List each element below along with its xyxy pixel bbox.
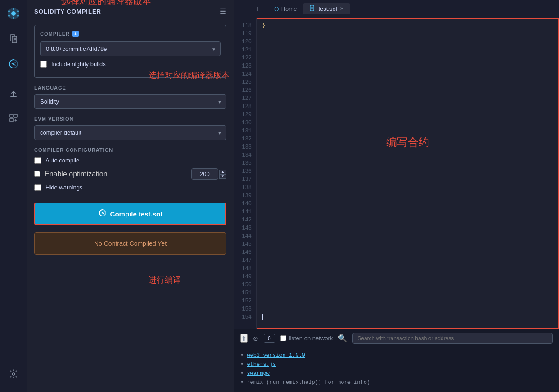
code-line: [262, 313, 554, 321]
compiler-info-icon[interactable]: +: [72, 31, 79, 37]
code-line: [262, 200, 554, 208]
editor-toolbar: − + ⬡ Home test.sol: [234, 0, 559, 18]
home-tab-icon: ⬡: [274, 6, 279, 12]
zoom-in-button[interactable]: +: [252, 4, 262, 14]
svg-point-3: [13, 17, 14, 19]
code-line: [262, 289, 554, 297]
line-number: 146: [234, 248, 256, 257]
listen-network-label: listen on network: [289, 335, 333, 342]
console-link[interactable]: swarmgw: [247, 370, 269, 377]
evm-select-wrapper: compiler default: [34, 125, 226, 140]
compiler-version-wrapper: 0.8.0+commit.c7dfd78e: [40, 41, 221, 56]
sidebar-item-plugins[interactable]: [5, 109, 23, 127]
line-number: 148: [234, 265, 256, 273]
listen-network-checkbox[interactable]: [280, 335, 286, 341]
code-line: [262, 232, 554, 240]
svg-point-4: [8, 10, 10, 12]
enable-optimization-label: Enable optimization: [45, 170, 108, 178]
sol-tab-label: test.sol: [318, 5, 337, 12]
icon-sidebar: [0, 0, 27, 392]
line-number: 121: [234, 46, 256, 54]
console-link[interactable]: web3 version 1.0.0: [247, 352, 305, 359]
line-number: 125: [234, 78, 256, 86]
code-line: [262, 135, 554, 143]
line-number: 126: [234, 86, 256, 95]
sidebar-item-deploy[interactable]: [5, 84, 23, 102]
line-number: 131: [234, 127, 256, 135]
line-number: 144: [234, 232, 256, 240]
line-number: 120: [234, 38, 256, 46]
nightly-builds-row: Include nightly builds: [40, 61, 221, 68]
search-icon-button[interactable]: 🔍: [338, 334, 347, 342]
code-line: [262, 95, 554, 103]
nightly-builds-label: Include nightly builds: [51, 61, 106, 68]
sidebar-item-files[interactable]: [5, 30, 23, 48]
line-number: 118: [234, 22, 256, 30]
code-line: [262, 248, 554, 257]
language-label: LANGUAGE: [34, 85, 226, 90]
line-number: 134: [234, 151, 256, 159]
hide-warnings-label: Hide warnings: [45, 184, 82, 191]
line-number: 136: [234, 167, 256, 176]
line-number: 150: [234, 281, 256, 289]
config-label: COMPILER CONFIGURATION: [34, 147, 226, 153]
compile-button[interactable]: Compile test.sol: [34, 203, 226, 225]
svg-point-1: [11, 11, 16, 16]
stop-icon[interactable]: ⊘: [253, 335, 258, 342]
line-number: 122: [234, 54, 256, 62]
line-numbers: 1181191201211221231241251261271281291301…: [234, 18, 257, 329]
search-bar-input[interactable]: [352, 333, 553, 344]
line-number: 138: [234, 184, 256, 192]
language-select[interactable]: Solidity: [34, 94, 226, 109]
optimization-value-input[interactable]: [191, 168, 218, 180]
zoom-out-button[interactable]: −: [239, 4, 249, 14]
console-line[interactable]: • swarmgw: [240, 369, 553, 378]
line-number: 128: [234, 103, 256, 111]
console-line[interactable]: • web3 version 1.0.0: [240, 351, 553, 360]
code-line: [262, 78, 554, 86]
console-area: • web3 version 1.0.0• ethers.js• swarmgw…: [234, 347, 559, 392]
svg-point-2: [13, 8, 14, 10]
code-line: [262, 151, 554, 159]
compiler-version-select[interactable]: 0.8.0+commit.c7dfd78e: [40, 41, 221, 56]
expand-icon[interactable]: ⬆: [240, 334, 248, 343]
compiler-section-label: COMPILER +: [40, 31, 221, 37]
optimization-decrement-btn[interactable]: ▼: [219, 174, 226, 179]
compiler-panel: SOLIDITY COMPILER ☰ COMPILER + 0.8.0+com…: [27, 0, 234, 392]
tab-close-button[interactable]: ✕: [340, 6, 344, 12]
line-number: 123: [234, 62, 256, 70]
line-number: 135: [234, 159, 256, 167]
code-line: [262, 192, 554, 200]
code-line: [262, 46, 554, 54]
code-line: [262, 38, 554, 46]
code-editor[interactable]: } 编写合约: [257, 18, 559, 329]
optimization-increment-btn[interactable]: ▲: [219, 170, 226, 174]
code-line: [262, 265, 554, 273]
nightly-builds-checkbox[interactable]: [40, 61, 47, 68]
console-line[interactable]: • ethers.js: [240, 360, 553, 369]
sidebar-item-settings[interactable]: [5, 365, 23, 383]
sidebar-logo[interactable]: [5, 5, 23, 23]
tx-count-badge: 0: [264, 334, 275, 343]
bottom-bar: ⬆ ⊘ 0 listen on network 🔍: [234, 329, 559, 347]
line-number: 137: [234, 176, 256, 184]
sidebar-item-compile[interactable]: [5, 55, 23, 73]
panel-menu-icon[interactable]: ☰: [220, 7, 226, 16]
annotation-select-version: 选择对应的编译器版本: [61, 0, 151, 7]
code-line: [262, 167, 554, 176]
compile-btn-label: Compile test.sol: [110, 210, 162, 218]
hide-warnings-checkbox[interactable]: [34, 184, 41, 191]
tab-home[interactable]: ⬡ Home: [268, 3, 303, 14]
auto-compile-checkbox[interactable]: [34, 157, 41, 164]
svg-rect-14: [14, 114, 17, 117]
code-line: [262, 184, 554, 192]
enable-optimization-checkbox[interactable]: [34, 171, 40, 177]
evm-select[interactable]: compiler default: [34, 125, 226, 140]
console-link[interactable]: ethers.js: [247, 361, 276, 368]
svg-point-6: [8, 15, 10, 17]
hide-warnings-row: Hide warnings: [34, 184, 226, 191]
line-number: 149: [234, 273, 256, 281]
code-line: [262, 176, 554, 184]
code-line: [262, 54, 554, 62]
tab-test-sol[interactable]: test.sol ✕: [303, 3, 350, 14]
